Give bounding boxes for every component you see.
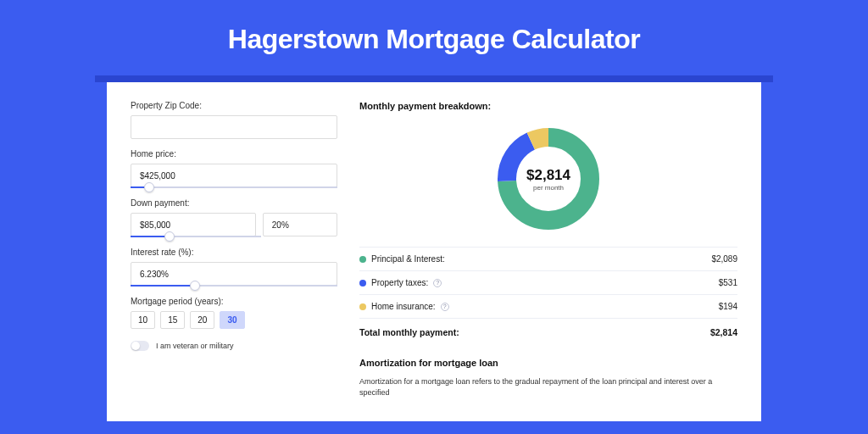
down-payment-field: Down payment: [131,198,337,237]
donut-amount: $2,814 [526,167,570,184]
total-amount: $2,814 [710,327,737,337]
donut-chart: $2,814 per month [359,120,737,247]
toggle-knob [131,342,140,350]
page-title: Hagerstown Mortgage Calculator [0,0,868,75]
interest-rate-field: Interest rate (%): [131,248,337,287]
home-price-input[interactable] [131,164,337,187]
calculator-card: Property Zip Code: Home price: Down paym… [107,82,761,421]
veteran-label: I am veteran or military [156,342,234,350]
interest-rate-label: Interest rate (%): [131,248,337,257]
info-icon[interactable]: ? [433,279,442,287]
slider-thumb[interactable] [164,231,175,242]
legend-label: Property taxes: [371,278,428,287]
total-label: Total monthly payment: [359,327,459,337]
legend-row-taxes: Property taxes: ? $531 [359,270,737,294]
veteran-row: I am veteran or military [131,341,337,351]
veteran-toggle[interactable] [131,341,149,351]
inputs-column: Property Zip Code: Home price: Down paym… [131,101,337,421]
slider-thumb[interactable] [144,182,154,192]
period-btn-15[interactable]: 15 [160,311,185,329]
home-price-label: Home price: [131,149,337,159]
home-price-field: Home price: [131,149,337,188]
legend-amount: $2,089 [711,254,737,264]
interest-rate-slider[interactable] [131,285,337,287]
legend-row-principal: Principal & Interest: $2,089 [359,247,737,270]
zip-input[interactable] [131,115,337,139]
period-btn-10[interactable]: 10 [131,311,155,329]
amortization-section: Amortization for mortgage loan Amortizat… [359,358,737,398]
down-payment-input[interactable] [131,213,256,236]
zip-label: Property Zip Code: [131,101,337,110]
amortization-header: Amortization for mortgage loan [359,358,737,368]
legend-amount: $194 [719,302,737,311]
slider-thumb[interactable] [190,281,200,291]
home-price-slider[interactable] [131,186,337,188]
legend-label: Principal & Interest: [371,254,445,264]
card-shadow [95,75,773,82]
mortgage-period-field: Mortgage period (years): 10 15 20 30 [131,297,337,329]
down-payment-slider[interactable] [131,236,261,237]
down-payment-label: Down payment: [131,198,337,208]
mortgage-period-label: Mortgage period (years): [131,297,337,306]
dot-icon [359,280,366,287]
interest-rate-input[interactable] [131,262,337,286]
period-options: 10 15 20 30 [131,311,337,329]
dot-icon [359,256,366,263]
legend-amount: $531 [719,278,737,287]
down-payment-pct-input[interactable] [263,213,337,236]
amortization-text: Amortization for a mortgage loan refers … [359,376,737,398]
breakdown-column: Monthly payment breakdown: $2,814 per mo… [359,101,737,421]
donut-sub: per month [533,184,564,192]
info-icon[interactable]: ? [441,303,449,311]
period-btn-20[interactable]: 20 [190,311,214,329]
breakdown-header: Monthly payment breakdown: [359,101,737,111]
zip-field: Property Zip Code: [131,101,337,139]
period-btn-30[interactable]: 30 [220,311,244,329]
legend-row-insurance: Home insurance: ? $194 [359,294,737,318]
total-row: Total monthly payment: $2,814 [359,318,737,337]
legend-label: Home insurance: [371,302,436,311]
dot-icon [359,303,366,310]
